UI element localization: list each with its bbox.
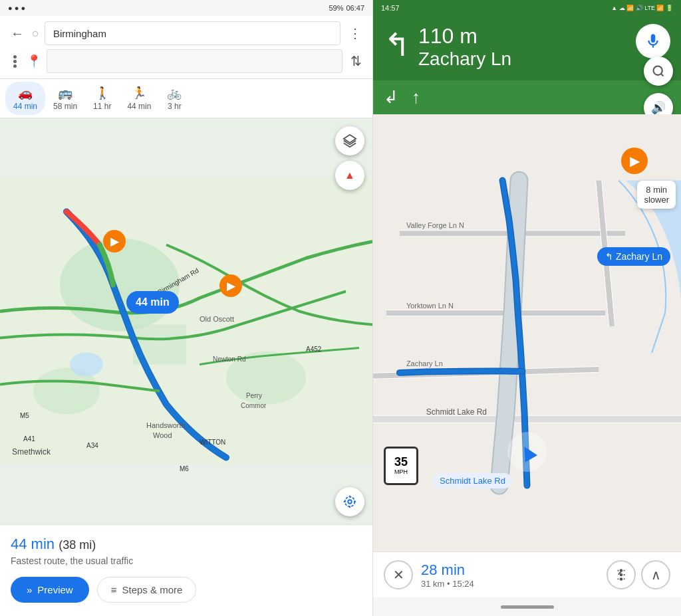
- nav-distance-eta: 31 km • 15:24: [421, 579, 599, 589]
- svg-text:Old Oscott: Old Oscott: [200, 315, 234, 323]
- svg-text:Zachary Ln: Zachary Ln: [406, 359, 443, 367]
- route-time-label: 44 min: [126, 291, 179, 314]
- nav-arrow-icon: ▲: [510, 434, 545, 470]
- compass-button[interactable]: ▲: [335, 161, 364, 190]
- left-panel: ● ● ● 59% 06:47 ← ○ ⋮ 📍 ⇅ 🚗 44 min: [0, 0, 372, 616]
- svg-point-1: [60, 239, 180, 332]
- left-map[interactable]: Birmingham Rd M6 M5 A452 A41 A34 WITTON …: [0, 118, 372, 524]
- steps-more-button[interactable]: ≡ Steps & more: [97, 577, 197, 603]
- food-marker-icon: ▶: [630, 153, 640, 169]
- svg-text:Newton Rd: Newton Rd: [213, 356, 245, 363]
- origin-row: 📍 ⇅: [8, 49, 364, 73]
- home-bar[interactable]: [501, 605, 554, 609]
- status-icons-left: ● ● ●: [8, 4, 25, 12]
- nav-eta-info: 28 min 31 km • 15:24: [421, 562, 599, 589]
- preview-icon: »: [27, 584, 32, 595]
- action-buttons: » Preview ≡ Steps & more: [11, 577, 362, 611]
- traffic-marker-1[interactable]: ▶: [103, 230, 126, 253]
- tab-walking[interactable]: 🚶 11 hr: [85, 82, 119, 115]
- speed-value: 35: [394, 456, 408, 469]
- svg-point-5: [70, 353, 103, 377]
- time-left: 06:47: [346, 4, 364, 12]
- svg-text:Valley Forge Ln N: Valley Forge Ln N: [406, 221, 464, 229]
- close-icon: ✕: [393, 567, 404, 583]
- time-right: 14:57: [381, 4, 400, 12]
- swap-directions-button[interactable]: ⇅: [348, 51, 364, 72]
- steps-icon: ≡: [111, 584, 117, 595]
- nav-bottom-bar: ✕ 28 min 31 km • 15:24 ∧: [373, 552, 681, 597]
- expand-button[interactable]: ∧: [641, 560, 670, 589]
- alt-route-marker[interactable]: ▶: [621, 148, 648, 174]
- route-description: Fastest route, the usual traffic: [11, 556, 362, 566]
- nav-info: 110 m Zachary Ln: [418, 24, 628, 70]
- route-dots-icon: [8, 55, 21, 68]
- svg-point-21: [348, 500, 352, 504]
- driving-time: 44 min: [13, 102, 37, 111]
- svg-text:Handsworth: Handsworth: [146, 421, 186, 429]
- tab-transit[interactable]: 🚌 58 min: [45, 82, 85, 115]
- tab-driving[interactable]: 🚗 44 min: [5, 82, 45, 115]
- svg-point-23: [654, 66, 662, 75]
- svg-text:WITTON: WITTON: [200, 439, 225, 446]
- route-time: 44 min (38 mi): [11, 536, 362, 553]
- nav-street: Zachary Ln: [418, 49, 628, 70]
- turn-arrow-icon: ↰: [384, 29, 410, 61]
- nav-secondary-bar: ↲ ↑ 🔊: [373, 80, 681, 114]
- svg-text:Wood: Wood: [153, 431, 172, 439]
- expand-icon: ∧: [651, 567, 661, 583]
- route-info: 44 min (38 mi) Fastest route, the usual …: [0, 524, 372, 616]
- svg-point-40: [620, 569, 622, 571]
- back-button[interactable]: ←: [8, 23, 27, 44]
- cycling-icon: 🚲: [167, 86, 182, 100]
- speed-unit: MPH: [394, 469, 408, 476]
- svg-text:Smethwick: Smethwick: [12, 447, 51, 457]
- secondary-arrow-2: ↑: [412, 87, 420, 108]
- transport-tabs: 🚗 44 min 🚌 58 min 🚶 11 hr 🏃 44 min 🚲 3 h…: [0, 79, 372, 118]
- svg-point-22: [345, 497, 355, 507]
- origin-input[interactable]: [47, 49, 342, 73]
- driving-icon: 🚗: [18, 86, 33, 100]
- home-indicator: [373, 597, 681, 616]
- zachary-ln-nav-label: ↰ Zachary Ln: [597, 247, 670, 266]
- alt-route-time: 8 min: [646, 185, 667, 195]
- nav-position-indicator: ▲: [507, 432, 547, 472]
- svg-text:Schmidt Lake Rd: Schmidt Lake Rd: [426, 407, 487, 417]
- nav-remaining-time: 28 min: [421, 562, 599, 579]
- right-panel: 14:57 ▲ ☁ 📶 🔊 LTE 📶 🔋 ↰ 110 m Zachary Ln…: [372, 0, 681, 616]
- secondary-arrow-1: ↲: [384, 87, 398, 108]
- svg-text:A41: A41: [23, 435, 35, 443]
- speed-limit-sign: 35 MPH: [384, 447, 418, 485]
- nav-header: ↰ 110 m Zachary Ln: [373, 16, 681, 80]
- layers-button[interactable]: [335, 126, 364, 155]
- svg-text:Yorktown Ln N: Yorktown Ln N: [406, 302, 454, 310]
- svg-text:A34: A34: [86, 442, 98, 449]
- more-options-button[interactable]: ⋮: [346, 23, 364, 44]
- transit-icon: 🚌: [58, 86, 72, 100]
- running-icon: 🏃: [132, 86, 146, 100]
- destination-input[interactable]: [45, 21, 340, 45]
- traffic-marker-2[interactable]: ▶: [219, 274, 242, 297]
- status-bar-left: ● ● ● 59% 06:47: [0, 0, 372, 16]
- tab-cycling[interactable]: 🚲 3 hr: [159, 82, 190, 115]
- preview-button[interactable]: » Preview: [11, 577, 89, 603]
- schmidt-lake-label: Schmidt Lake Rd: [433, 473, 512, 488]
- status-bar-right: 14:57 ▲ ☁ 📶 🔊 LTE 📶 🔋: [373, 0, 681, 16]
- origin-circle-icon: ○: [32, 27, 39, 41]
- route-options-button[interactable]: [607, 560, 636, 589]
- tab-running[interactable]: 🏃 44 min: [119, 82, 159, 115]
- nav-map[interactable]: Valley Forge Ln N 51st Ave N Yorktown Ln…: [373, 114, 681, 552]
- nav-close-button[interactable]: ✕: [384, 560, 413, 589]
- svg-text:M6: M6: [180, 465, 189, 472]
- search-nav-button[interactable]: [644, 56, 673, 86]
- nav-action-buttons: ∧: [607, 560, 670, 589]
- battery-left: 59%: [329, 4, 343, 12]
- my-location-button[interactable]: [335, 487, 364, 516]
- mic-button[interactable]: [636, 24, 670, 58]
- svg-point-41: [620, 574, 622, 576]
- svg-text:M5: M5: [20, 412, 29, 419]
- svg-text:Commor: Commor: [241, 402, 267, 409]
- walking-icon: 🚶: [95, 86, 110, 100]
- nav-distance: 110 m: [418, 24, 628, 49]
- preview-label: Preview: [37, 584, 72, 595]
- running-time: 44 min: [127, 102, 151, 111]
